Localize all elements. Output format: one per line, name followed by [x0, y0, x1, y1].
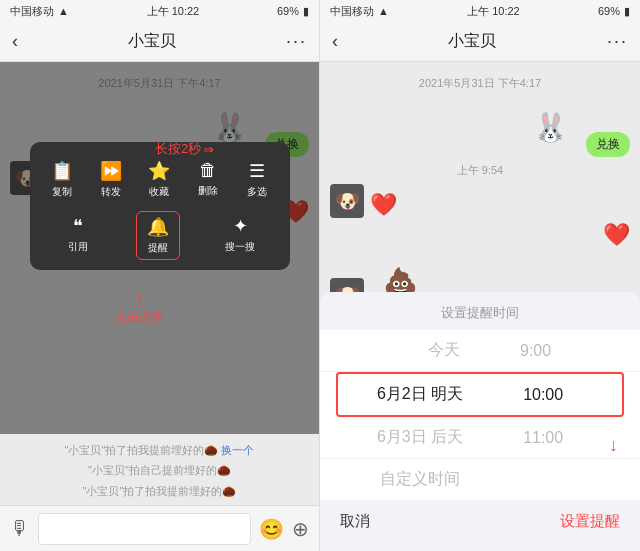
time-right: 上午 10:22: [467, 4, 520, 19]
copy-icon: 📋: [51, 160, 73, 182]
annotation-longpress: 长按2秒 ⇒: [155, 140, 214, 158]
back-button-left[interactable]: ‹: [12, 31, 18, 52]
menu-search[interactable]: ✦ 搜一搜: [217, 211, 263, 260]
msg-text-1: "小宝贝"拍了拍我提前埋好的🌰 换一个: [20, 442, 299, 459]
time-label-selected: 10:00: [523, 386, 583, 404]
msg-text-2: "小宝贝"拍自己提前埋好的🌰: [20, 462, 299, 479]
bell-icon: 🔔: [147, 216, 169, 238]
right-status-bar: 中国移动 ▲ 上午 10:22 69% ▮: [320, 0, 640, 22]
up-arrow-icon: ↑: [115, 288, 163, 309]
status-left: 中国移动 ▲: [10, 4, 69, 19]
replace-link[interactable]: 换一个: [221, 444, 254, 456]
menu-row-1: 📋 复制 ⏩ 转发 ⭐ 收藏 🗑 删除: [30, 152, 290, 207]
quote-label: 引用: [68, 240, 88, 254]
arrow-right-icon: ⇒: [203, 142, 214, 157]
picker-rows: 今天 9:00 6月2日 明天 10:00 6月3日 后天 11:00 自定义时…: [320, 330, 640, 500]
right-nav-bar: ‹ 小宝贝 ···: [320, 22, 640, 62]
msg-text-3: "小宝贝"拍了拍我提前埋好的🌰: [20, 483, 299, 500]
more-button-right[interactable]: ···: [607, 31, 628, 52]
forward-label: 转发: [101, 185, 121, 199]
time-label-2: 11:00: [523, 429, 583, 447]
reminder-picker-sheet: 设置提醒时间 今天 9:00 6月2日 明天 10:00 6月3日 后天 11:…: [320, 292, 640, 551]
day-label-selected: 6月2日 明天: [377, 384, 463, 405]
forward-icon: ⏩: [100, 160, 122, 182]
exchange-label-right: 兑换: [586, 132, 630, 157]
carrier-left: 中国移动: [10, 4, 54, 19]
menu-multiselect[interactable]: ☰ 多选: [235, 156, 279, 203]
right-phone-panel: 中国移动 ▲ 上午 10:22 69% ▮ ‹ 小宝贝 ··· 2021年5月3…: [320, 0, 640, 551]
battery-icon-right: ▮: [624, 5, 630, 18]
picker-row-2[interactable]: 6月3日 后天 11:00: [320, 417, 640, 459]
battery-right: 69%: [598, 5, 620, 17]
menu-collect[interactable]: ⭐ 收藏: [137, 156, 181, 203]
left-status-bar: 中国移动 ▲ 上午 10:22 69% ▮: [0, 0, 319, 22]
confirm-button[interactable]: 设置提醒: [560, 512, 620, 531]
menu-remind[interactable]: 🔔 提醒: [136, 211, 180, 260]
time-label-0: 9:00: [520, 342, 580, 360]
context-menu-overlay: 📋 复制 ⏩ 转发 ⭐ 收藏 🗑 删除: [0, 62, 319, 434]
longpress-text: 长按2秒: [155, 140, 201, 158]
left-phone-panel: 中国移动 ▲ 上午 10:22 69% ▮ ‹ 小宝贝 ··· 2021年5月3…: [0, 0, 320, 551]
time-left: 上午 10:22: [147, 4, 200, 19]
nav-title-left: 小宝贝: [128, 31, 176, 52]
menu-row-2: ❝ 引用 🔔 提醒 ✦ 搜一搜: [30, 207, 290, 264]
add-icon[interactable]: ⊕: [292, 517, 309, 541]
wifi-icon-right: ▲: [378, 5, 389, 17]
menu-delete[interactable]: 🗑 删除: [186, 156, 230, 203]
click-text: 点击选择: [115, 309, 163, 326]
wifi-icon-left: ▲: [58, 5, 69, 17]
delete-label: 删除: [198, 184, 218, 198]
left-chat-area: 2021年5月31日 下午4:17 兑换 🐰 🐶 ❤️ ❤️ 长按2秒 ⇒: [0, 62, 319, 434]
nav-title-right: 小宝贝: [448, 31, 496, 52]
battery-icon-left: ▮: [303, 5, 309, 18]
collect-icon: ⭐: [148, 160, 170, 182]
copy-label: 复制: [52, 185, 72, 199]
right-exchange-msg: 兑换 🐰: [330, 97, 630, 157]
more-button-left[interactable]: ···: [286, 31, 307, 52]
left-bottom-bar: 🎙 😊 ⊕: [0, 505, 319, 551]
avatar-right-1: 🐶: [330, 184, 364, 218]
menu-copy[interactable]: 📋 复制: [40, 156, 84, 203]
left-nav-bar: ‹ 小宝贝 ···: [0, 22, 319, 62]
menu-quote[interactable]: ❝ 引用: [56, 211, 100, 260]
picker-actions: 取消 设置提醒: [320, 500, 640, 531]
emoji-icon[interactable]: 😊: [259, 517, 284, 541]
chat-date-right-top: 2021年5月31日 下午4:17: [320, 76, 640, 91]
remind-label: 提醒: [148, 241, 168, 255]
chat-input[interactable]: [38, 513, 251, 545]
right-heart-right: ❤️: [330, 222, 630, 248]
carrier-right: 中国移动: [330, 4, 374, 19]
day-label-custom: 自定义时间: [380, 469, 460, 490]
day-label-2: 6月3日 后天: [377, 427, 463, 448]
status-right: 69% ▮: [277, 5, 309, 18]
search-label: 搜一搜: [225, 240, 255, 254]
annotation-click: ↑ 点击选择: [115, 288, 163, 326]
status-right-r: 69% ▮: [598, 5, 630, 18]
cancel-button[interactable]: 取消: [340, 512, 370, 531]
status-left-right: 中国移动 ▲: [330, 4, 389, 19]
down-arrow-annotation: ↓: [609, 435, 618, 456]
back-button-right[interactable]: ‹: [332, 31, 338, 52]
multiselect-label: 多选: [247, 185, 267, 199]
search-icon: ✦: [233, 215, 248, 237]
collect-label: 收藏: [149, 185, 169, 199]
chat-time-middle: 上午 9:54: [320, 163, 640, 178]
picker-row-0[interactable]: 今天 9:00: [320, 330, 640, 372]
picker-row-selected[interactable]: 6月2日 明天 10:00: [336, 372, 624, 417]
battery-left: 69%: [277, 5, 299, 17]
menu-forward[interactable]: ⏩ 转发: [89, 156, 133, 203]
delete-icon: 🗑: [199, 160, 217, 181]
context-menu: 📋 复制 ⏩ 转发 ⭐ 收藏 🗑 删除: [30, 142, 290, 270]
picker-title: 设置提醒时间: [320, 304, 640, 322]
picker-row-custom[interactable]: 自定义时间: [320, 459, 640, 500]
quote-icon: ❝: [73, 215, 83, 237]
voice-icon[interactable]: 🎙: [10, 517, 30, 540]
sticker-right-2: 🐰: [520, 97, 580, 157]
multiselect-icon: ☰: [249, 160, 265, 182]
day-label-0: 今天: [380, 340, 460, 361]
right-heart-left: 🐶 ❤️: [330, 184, 630, 218]
